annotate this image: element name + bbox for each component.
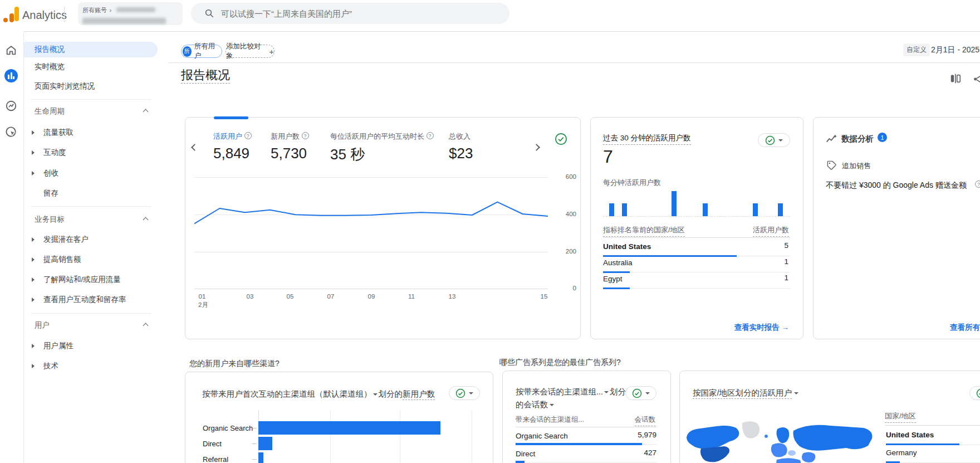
view-all-insights-link[interactable]: 查看所有数 <box>950 323 980 333</box>
caret-down-icon <box>794 392 798 394</box>
view-realtime-link[interactable]: 查看实时报告 → <box>734 323 789 333</box>
status-ok-dropdown[interactable] <box>449 386 480 400</box>
product-name: Analytics <box>22 9 67 22</box>
nav-item-engagement[interactable]: 互动度 <box>24 145 158 160</box>
gridline <box>472 410 472 463</box>
help-icon[interactable]: ? <box>975 181 980 188</box>
collapse-icon[interactable] <box>143 323 149 329</box>
redacted-account-name <box>116 7 155 12</box>
segment-chip-all-users[interactable]: 所 所有用户 <box>181 45 222 58</box>
divider <box>885 425 980 426</box>
nav-item-user-attributes[interactable]: 用户属性 <box>24 338 158 354</box>
explore-icon[interactable] <box>4 99 18 113</box>
nav-item-retention[interactable]: 留存 <box>24 186 158 201</box>
table-row[interactable]: Organic Search 5,979 <box>516 431 656 441</box>
x-tick: 07 <box>327 293 335 300</box>
nav-item-monetization[interactable]: 创收 <box>24 165 158 181</box>
x-tick: 15 <box>541 293 548 300</box>
reports-icon[interactable] <box>4 69 18 83</box>
advertising-icon[interactable] <box>4 125 18 139</box>
divider <box>516 427 656 427</box>
expand-caret-icon[interactable] <box>32 130 35 135</box>
nav-item-understand-traffic[interactable]: 了解网站和/或应用流量 <box>24 272 158 287</box>
collapse-icon[interactable] <box>143 109 149 115</box>
table-row[interactable]: Australia 1 <box>603 257 790 267</box>
date-mode-badge: 自定义 <box>903 43 930 56</box>
expand-caret-icon[interactable] <box>32 277 35 282</box>
card-title[interactable]: 按国家/地区划分的活跃用户 <box>693 388 798 398</box>
check-circle-icon <box>632 388 642 398</box>
x-tick: 01 <box>199 293 206 300</box>
question-new-user-channels: 您的新用户来自哪些渠道? <box>189 359 280 369</box>
table-row[interactable]: Direct 427 <box>516 449 656 459</box>
nav-rail <box>0 32 24 463</box>
tick <box>252 443 257 444</box>
row-bar <box>886 443 959 445</box>
expand-caret-icon[interactable] <box>32 344 35 348</box>
channel-name: Organic Search <box>516 432 568 440</box>
expand-caret-icon[interactable] <box>32 364 35 368</box>
caret-down-icon <box>778 139 783 142</box>
nav-item-realtime-overview[interactable]: 实时概览 <box>24 59 158 75</box>
question-best-campaigns: 哪些广告系列是您的最佳广告系列? <box>499 358 621 368</box>
country-value: 1 <box>784 257 788 266</box>
status-ok-dropdown[interactable] <box>625 386 656 400</box>
table-row[interactable]: Egypt 1 <box>603 274 790 284</box>
nav-section-user[interactable]: 用户 <box>24 318 158 333</box>
expand-caret-icon[interactable] <box>32 150 35 155</box>
bar[interactable] <box>258 421 440 435</box>
check-circle-icon <box>765 135 775 145</box>
insight-category: 追加销售 <box>842 161 871 171</box>
country-value: 1 <box>784 274 788 282</box>
account-selector[interactable]: 所有账号 › <box>78 2 183 25</box>
sessions-channel-card: 按带来会话的主渠道组...划分的会话数 带来会话的主渠道组... 会话数 Org… <box>502 371 671 463</box>
row-bar <box>516 443 642 445</box>
expand-caret-icon[interactable] <box>32 257 35 262</box>
country-name: United States <box>886 431 934 439</box>
new-users-channel-card: 按带来用户首次互动的主渠道组（默认渠道组）划分的新用户数 Organic Sea… <box>185 372 493 463</box>
per-minute-bar-chart <box>603 192 790 217</box>
search-input[interactable] <box>221 3 499 24</box>
nav-item-acquisition[interactable]: 流量获取 <box>24 125 158 140</box>
metric-name[interactable]: 会话数 <box>524 400 548 409</box>
search-bar[interactable] <box>191 3 509 24</box>
analytics-logo-icon[interactable] <box>3 7 20 22</box>
minute-bar <box>622 203 627 216</box>
app-bar: Analytics 所有账号 › <box>0 0 980 32</box>
insight-message[interactable]: 不要错过 ¥3000 的 Google Ads 赠送金额 <box>826 181 967 191</box>
nav-item-realtime-pages[interactable]: 页面实时浏览情况 <box>24 79 158 94</box>
card-title[interactable]: 按带来用户首次互动的主渠道组（默认渠道组）划分的新用户数 <box>202 389 447 399</box>
collapse-icon[interactable] <box>143 217 149 223</box>
customize-report-icon[interactable] <box>949 72 962 87</box>
metric-name[interactable]: 新用户数 <box>403 389 435 400</box>
check-circle-icon <box>976 388 980 398</box>
date-range-picker[interactable]: 2月1日 - 2025年 <box>931 45 980 55</box>
check-circle-icon <box>455 388 465 398</box>
share-icon[interactable] <box>972 73 980 87</box>
home-icon[interactable] <box>4 43 18 57</box>
expand-caret-icon[interactable] <box>32 298 35 302</box>
nav-section-lifecycle[interactable]: 生命周期 <box>24 104 158 119</box>
table-row[interactable]: United States 5 <box>603 241 790 251</box>
bar[interactable] <box>258 452 263 463</box>
row-track <box>603 272 790 272</box>
status-ok-dropdown[interactable] <box>758 133 790 147</box>
bar[interactable] <box>258 437 272 450</box>
realtime-title: 过去 30 分钟的活跃用户数 <box>603 133 691 145</box>
card-title[interactable]: 按带来会话的主渠道组...划分的会话数 <box>516 386 627 411</box>
table-row[interactable]: Germany <box>886 447 980 457</box>
nav-section-business-objectives[interactable]: 业务目标 <box>24 212 158 227</box>
nav-item-generate-leads[interactable]: 发掘潜在客户 <box>24 232 158 247</box>
table-row[interactable]: United States <box>886 430 980 440</box>
overview-metrics-card: 活跃用户 ? 5,849 新用户数 ? 5,730 每位活跃用户的平均互动时长 … <box>185 117 581 339</box>
expand-caret-icon[interactable] <box>32 237 35 242</box>
nav-item-tech[interactable]: 技术 <box>24 358 158 374</box>
nav-item-engagement-retention[interactable]: 查看用户互动度和留存率 <box>24 292 158 308</box>
divider <box>169 62 980 63</box>
status-ok-dropdown[interactable] <box>969 386 980 400</box>
nav-item-drive-sales[interactable]: 提高销售额 <box>24 252 158 267</box>
add-comparison-chip[interactable]: 添加比较对象 + <box>226 45 275 58</box>
ga4-dashboard: Analytics 所有账号 › <box>0 0 980 463</box>
nav-item-report-snapshot[interactable]: 报告概况 <box>24 42 158 57</box>
expand-caret-icon[interactable] <box>32 171 35 176</box>
